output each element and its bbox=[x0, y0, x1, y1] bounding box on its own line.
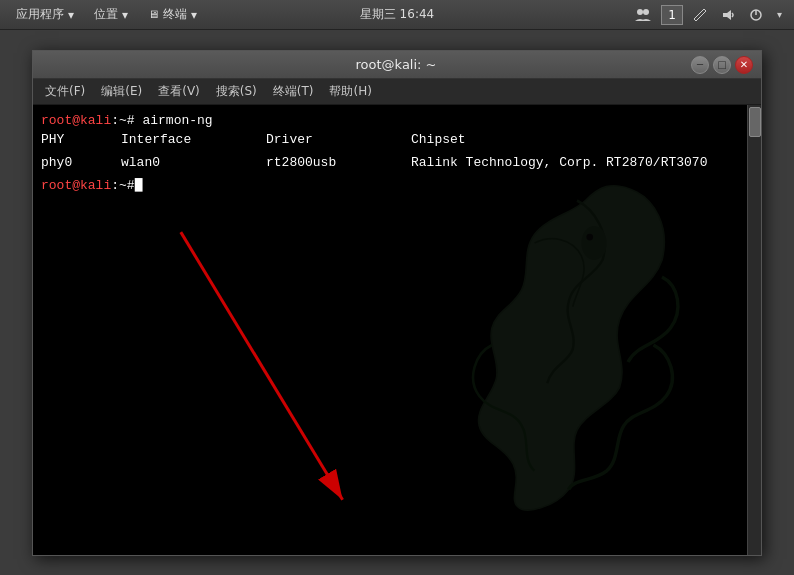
users-icon bbox=[631, 5, 655, 25]
scrollbar-track[interactable] bbox=[747, 105, 761, 555]
places-chevron: ▾ bbox=[122, 8, 128, 22]
apps-chevron: ▾ bbox=[68, 8, 74, 22]
svg-point-0 bbox=[637, 9, 643, 15]
menu-search[interactable]: 搜索(S) bbox=[208, 80, 265, 103]
arrow-overlay bbox=[33, 105, 747, 555]
desktop: root@kali: ~ ─ □ ✕ 文件(F) 编辑(E) 查看(V) 搜索(… bbox=[0, 30, 794, 575]
row-driver: rt2800usb bbox=[266, 155, 411, 170]
menu-terminal[interactable]: 终端(T) bbox=[265, 80, 322, 103]
row-chipset: Ralink Technology, Corp. RT2870/RT3070 bbox=[411, 155, 707, 170]
terminal-chevron: ▾ bbox=[191, 8, 197, 22]
menu-file[interactable]: 文件(F) bbox=[37, 80, 93, 103]
power-chevron: ▾ bbox=[773, 7, 786, 22]
workspace-badge[interactable]: 1 bbox=[661, 5, 683, 25]
row-interface: wlan0 bbox=[121, 155, 266, 170]
svg-marker-2 bbox=[723, 10, 731, 20]
scrollbar-thumb[interactable] bbox=[749, 107, 761, 137]
places-label: 位置 bbox=[94, 6, 118, 23]
svg-point-1 bbox=[643, 9, 649, 15]
prompt1-host: root@kali bbox=[41, 113, 111, 128]
terminal-icon: 🖥 bbox=[148, 8, 159, 21]
taskbar-datetime: 星期三 16:44 bbox=[360, 6, 434, 23]
col-chipset: Chipset bbox=[411, 132, 466, 147]
taskbar: 应用程序 ▾ 位置 ▾ 🖥 终端 ▾ 星期三 16:44 1 bbox=[0, 0, 794, 30]
volume-icon bbox=[717, 6, 739, 24]
taskbar-right: 1 ▾ bbox=[631, 5, 786, 25]
svg-point-5 bbox=[581, 226, 607, 260]
terminal-text-area[interactable]: root@kali:~# airmon-ng PHY Interface Dri… bbox=[33, 105, 747, 555]
taskbar-left: 应用程序 ▾ 位置 ▾ 🖥 终端 ▾ bbox=[8, 4, 205, 25]
cursor: █ bbox=[135, 178, 143, 193]
terminal-content-area: root@kali:~# airmon-ng PHY Interface Dri… bbox=[33, 105, 761, 555]
menu-bar: 文件(F) 编辑(E) 查看(V) 搜索(S) 终端(T) 帮助(H) bbox=[33, 79, 761, 105]
col-interface: Interface bbox=[121, 132, 266, 147]
terminal-header-row: PHY Interface Driver Chipset bbox=[41, 132, 739, 147]
terminal-line-3: root@kali:~#█ bbox=[41, 178, 739, 193]
menu-help[interactable]: 帮助(H) bbox=[321, 80, 379, 103]
title-bar: root@kali: ~ ─ □ ✕ bbox=[33, 51, 761, 79]
row-phy: phy0 bbox=[41, 155, 121, 170]
minimize-button[interactable]: ─ bbox=[691, 56, 709, 74]
terminal-window: root@kali: ~ ─ □ ✕ 文件(F) 编辑(E) 查看(V) 搜索(… bbox=[32, 50, 762, 556]
col-phy: PHY bbox=[41, 132, 121, 147]
places-menu[interactable]: 位置 ▾ bbox=[86, 4, 136, 25]
svg-line-8 bbox=[181, 232, 343, 500]
window-title: root@kali: ~ bbox=[101, 57, 691, 72]
menu-view[interactable]: 查看(V) bbox=[150, 80, 208, 103]
close-button[interactable]: ✕ bbox=[735, 56, 753, 74]
menu-edit[interactable]: 编辑(E) bbox=[93, 80, 150, 103]
dragon-watermark bbox=[437, 175, 717, 515]
pencil-icon bbox=[689, 6, 711, 24]
apps-label: 应用程序 bbox=[16, 6, 64, 23]
terminal-menu[interactable]: 🖥 终端 ▾ bbox=[140, 4, 205, 25]
prompt1-suffix: :~# bbox=[111, 113, 134, 128]
terminal-data-row: phy0 wlan0 rt2800usb Ralink Technology, … bbox=[41, 155, 739, 170]
apps-menu[interactable]: 应用程序 ▾ bbox=[8, 4, 82, 25]
svg-point-6 bbox=[586, 234, 593, 241]
maximize-button[interactable]: □ bbox=[713, 56, 731, 74]
terminal-line-1: root@kali:~# airmon-ng bbox=[41, 113, 739, 128]
prompt2-host: root@kali bbox=[41, 178, 111, 193]
col-driver: Driver bbox=[266, 132, 411, 147]
terminal-label: 终端 bbox=[163, 6, 187, 23]
command-text: airmon-ng bbox=[135, 113, 213, 128]
power-icon[interactable] bbox=[745, 6, 767, 24]
window-controls: ─ □ ✕ bbox=[691, 56, 753, 74]
prompt2-suffix: :~# bbox=[111, 178, 134, 193]
